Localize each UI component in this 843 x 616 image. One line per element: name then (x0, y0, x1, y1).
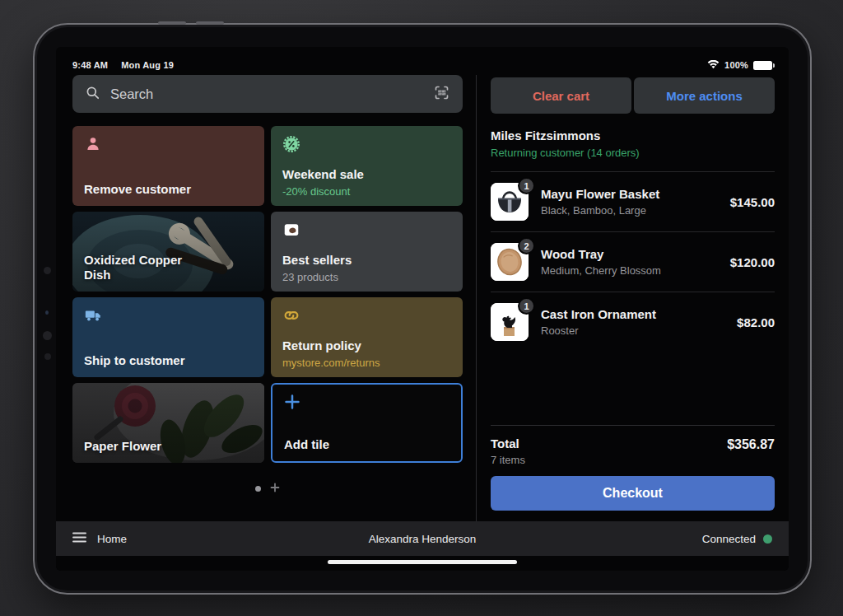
tile-weekend-sale[interactable]: Weekend sale -20% discount (271, 126, 463, 206)
item-name: Wood Tray (541, 247, 661, 261)
tile-grid: Remove customer (72, 126, 463, 463)
customer-status: Returning customer (14 orders) (491, 147, 775, 159)
tile-label: Best sellers (282, 253, 456, 268)
tile-product-oxidized-copper-dish[interactable]: Oxidized Copper Dish (72, 212, 264, 292)
volume-button (196, 21, 224, 25)
connection-status[interactable]: Connected (702, 533, 772, 545)
add-tile-button[interactable]: Add tile (271, 383, 463, 463)
search-icon (85, 85, 100, 104)
connected-green-dot-icon (763, 534, 772, 544)
staff-name: Alexandra Henderson (56, 533, 789, 545)
front-camera (43, 331, 52, 340)
checkout-button[interactable]: Checkout (491, 476, 775, 511)
plus-icon (284, 394, 300, 413)
truck-icon (84, 306, 102, 328)
connection-label: Connected (702, 533, 756, 545)
tile-label: Paper Flower (84, 439, 258, 455)
tile-label: Add tile (284, 437, 454, 453)
smart-grid-panel: Remove customer (56, 75, 476, 521)
cart-item[interactable]: 2 Wood Tray Medium, Cherry Blossom $120.… (491, 232, 775, 292)
customer-name: Miles Fitzsimmons (491, 128, 775, 142)
clock-time: 9:48 AM (72, 60, 108, 70)
tile-return-policy[interactable]: Return policy mystore.com/returns (271, 297, 463, 377)
status-bar: 9:48 AM Mon Aug 19 100% (56, 47, 789, 75)
tile-label: Oxidized Copper Dish (84, 253, 187, 284)
front-camera (44, 267, 51, 274)
home-indicator[interactable] (328, 560, 517, 564)
link-icon (282, 306, 300, 328)
tile-best-sellers[interactable]: Best sellers 23 products (271, 212, 463, 292)
battery-icon (753, 61, 772, 70)
item-price: $120.00 (730, 255, 775, 269)
product-photo-icon (282, 221, 300, 242)
item-name: Cast Iron Ornament (541, 307, 656, 321)
tile-label: Remove customer (84, 182, 258, 198)
tile-subtitle: 23 products (282, 271, 456, 283)
camera-sensor (44, 353, 51, 360)
tile-remove-customer[interactable]: Remove customer (72, 126, 264, 206)
quantity-badge: 2 (518, 237, 535, 254)
tile-ship-to-customer[interactable]: Ship to customer (72, 297, 264, 377)
ipad-device-frame: 9:48 AM Mon Aug 19 100% (33, 23, 812, 595)
hamburger-menu-icon (72, 531, 86, 546)
add-page-plus-icon[interactable] (270, 481, 280, 496)
cart-panel: Clear cart More actions Miles Fitzsimmon… (477, 75, 789, 521)
bottom-navigation-bar: Home Alexandra Henderson Connected (56, 521, 789, 556)
quantity-badge: 1 (518, 177, 535, 194)
camera-sensor (45, 310, 49, 315)
cart-item[interactable]: 1 Mayu Flower Basket Black, Bamboo, Larg… (491, 172, 775, 231)
tile-label: Weekend sale (282, 167, 456, 183)
tile-product-paper-flower[interactable]: Paper Flower (72, 383, 264, 463)
total-amount: $356.87 (727, 436, 775, 452)
cart-customer[interactable]: Miles Fitzsimmons Returning customer (14… (491, 128, 775, 159)
home-label: Home (97, 533, 127, 545)
product-thumbnail-flower-basket: 1 (491, 183, 529, 221)
page-dot-current[interactable] (255, 486, 261, 492)
item-price: $145.00 (730, 195, 775, 209)
home-menu-button[interactable]: Home (72, 531, 127, 546)
product-search-bar[interactable] (72, 75, 463, 113)
item-variant: Black, Bamboo, Large (541, 204, 659, 217)
quantity-badge: 1 (518, 297, 535, 315)
pos-app-screen: 9:48 AM Mon Aug 19 100% (56, 47, 789, 571)
volume-button (158, 21, 186, 25)
tile-label: Return policy (282, 338, 456, 354)
battery-percent: 100% (724, 60, 748, 70)
tile-label: Ship to customer (84, 353, 258, 369)
total-items-count: 7 items (491, 454, 525, 466)
item-name: Mayu Flower Basket (541, 187, 659, 201)
wifi-icon (707, 60, 720, 71)
person-icon (84, 135, 102, 156)
screen-footer (56, 556, 789, 571)
tile-subtitle: -20% discount (282, 185, 456, 198)
cart-item[interactable]: 1 Cast Iron Ornament Rooster $82.00 (491, 292, 775, 352)
discount-badge-icon (282, 135, 300, 156)
item-variant: Rooster (541, 324, 656, 337)
cart-total: Total 7 items $356.87 (491, 426, 775, 476)
product-thumbnail-wood-tray: 2 (491, 243, 529, 281)
item-variant: Medium, Cherry Blossom (541, 264, 661, 277)
barcode-scanner-icon[interactable] (433, 84, 450, 105)
tile-subtitle: mystore.com/returns (282, 357, 456, 369)
search-input[interactable] (110, 86, 423, 102)
more-actions-button[interactable]: More actions (634, 77, 775, 114)
clear-cart-button[interactable]: Clear cart (491, 77, 631, 114)
grid-page-indicator (72, 481, 463, 496)
total-label: Total (491, 436, 525, 450)
clock-date: Mon Aug 19 (121, 60, 174, 70)
product-thumbnail-cast-iron-rooster: 1 (491, 303, 529, 341)
item-price: $82.00 (737, 315, 775, 329)
